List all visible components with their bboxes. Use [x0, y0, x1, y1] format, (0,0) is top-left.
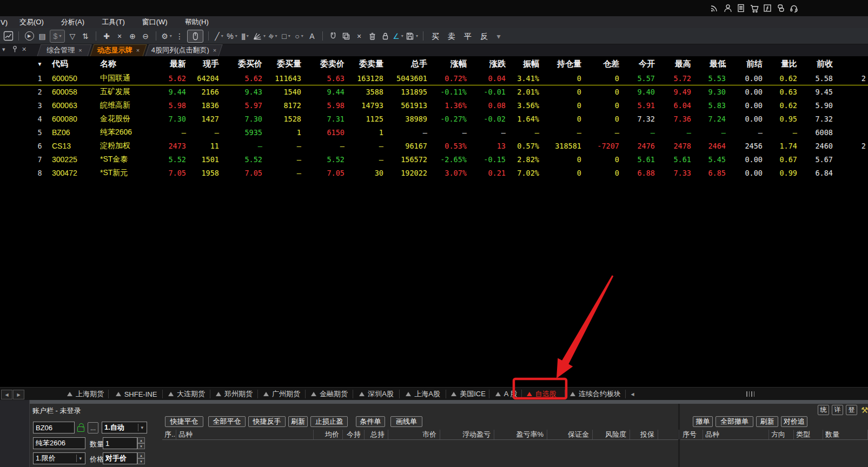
qty-input[interactable]: 1 — [103, 437, 137, 449]
market-tab-郑州期货[interactable]: 郑州期货 — [213, 388, 255, 401]
hatch-tool-icon[interactable]: ≡▾ — [268, 30, 279, 42]
cancel-button-3[interactable]: 刷新 — [756, 416, 778, 427]
filter-icon[interactable]: ▽ — [67, 30, 78, 42]
menu-item-5[interactable]: 窗口(W) — [134, 17, 176, 27]
column-header[interactable]: 总手 — [386, 56, 429, 71]
fan-tool-icon[interactable]: ▾ — [253, 30, 266, 42]
play-icon[interactable]: ▶ — [24, 30, 35, 42]
quote-row[interactable]: 8300472*ST新元7.0519587.05–7.05301920223.0… — [31, 166, 868, 179]
column-header[interactable]: 最低 — [693, 56, 728, 71]
menu-item-3[interactable]: 分析(A) — [52, 17, 93, 27]
column-header[interactable]: 委卖价 — [303, 56, 347, 71]
bars-tool-icon[interactable]: ||||▾ — [240, 30, 250, 42]
doc-tab-1[interactable]: 综合管理× — [39, 44, 90, 56]
cancel-button-4[interactable]: 对价追 — [781, 416, 807, 427]
quote-row[interactable]: 4600080金花股份7.3014277.3015287.31112538989… — [31, 112, 868, 125]
quote-row[interactable]: 5BZ06纯苯2606––5935161501–––––––––––6008 — [31, 125, 868, 139]
tabbar-scroll-left-icon[interactable]: ◀ — [627, 390, 638, 398]
sort-column-icon[interactable]: ▼ — [31, 56, 51, 71]
quote-row[interactable]: 6CS13淀粉加权247311––––961670.53%130.57%3185… — [31, 139, 868, 152]
dollar-icon[interactable]: $▾ — [50, 30, 65, 43]
market-tab-上海A股[interactable]: 上海A股 — [402, 388, 443, 401]
rss-icon[interactable] — [710, 3, 719, 13]
chart-icon[interactable] — [3, 30, 14, 42]
position-col-header[interactable]: 总持 — [365, 430, 388, 439]
line-tool-icon[interactable]: ╱▾ — [214, 30, 224, 42]
pin-icon[interactable] — [12, 45, 18, 54]
menu-item-6[interactable]: 帮助(H) — [176, 17, 217, 27]
column-header[interactable]: 仓差 — [584, 56, 621, 71]
market-tab-深圳A股[interactable]: 深圳A股 — [356, 388, 397, 401]
mouse-icon[interactable] — [187, 30, 203, 43]
market-tab-SHFE-INE[interactable]: SHFE-INE — [111, 388, 161, 401]
corner-button-1[interactable]: 统 — [818, 405, 829, 415]
action-button-7[interactable]: 画线单 — [390, 416, 422, 427]
trash-icon[interactable] — [367, 30, 377, 42]
circle-tool-icon[interactable]: ○▾ — [294, 30, 304, 42]
zoom-in-icon[interactable]: ⊕ — [127, 30, 138, 42]
position-col-header[interactable]: 保证金 — [547, 430, 593, 439]
position-col-header[interactable]: 市价 — [388, 430, 440, 439]
cart-icon[interactable] — [750, 3, 759, 13]
corner-button-3[interactable]: 登 — [846, 405, 857, 415]
action-button-4[interactable]: 刷新 — [288, 416, 308, 427]
position-col-header[interactable] — [658, 430, 679, 439]
dropdown-caret-icon[interactable]: ▾ — [301, 34, 303, 38]
position-col-header[interactable]: 投保 — [630, 430, 658, 439]
position-col-header[interactable]: 风险度 — [593, 430, 630, 439]
buy-button[interactable]: 买 — [428, 30, 442, 42]
magnet-icon[interactable] — [328, 30, 339, 42]
price-stepper[interactable]: ▲▼ — [137, 452, 145, 464]
market-tab-自选股[interactable]: 自选股 — [525, 388, 558, 401]
move-icon[interactable]: ✚ — [101, 30, 112, 42]
cancel-button-2[interactable]: 全部撤单 — [715, 416, 753, 427]
position-col-header[interactable]: 盈亏率% — [494, 430, 547, 439]
save-icon[interactable]: ▾ — [406, 30, 418, 42]
close-tab-icon[interactable]: × — [78, 47, 82, 54]
text-tool-icon[interactable]: A — [307, 30, 317, 42]
order-col-header[interactable]: 序号 — [680, 430, 703, 439]
menu-item-4[interactable]: 工具(T) — [93, 17, 134, 27]
doc-tab-3[interactable]: 4股同列(点击翻页)× — [147, 44, 221, 56]
dropdown-caret-icon[interactable]: ▾ — [235, 34, 237, 38]
news-icon[interactable] — [736, 3, 746, 13]
python-icon[interactable] — [776, 3, 786, 13]
market-tab-上海期货[interactable]: 上海期货 — [64, 388, 107, 401]
cancel-button-1[interactable]: 撤单 — [693, 416, 713, 427]
close-tab-icon[interactable]: × — [136, 47, 140, 54]
price-mode-select[interactable]: 1.限价 — [33, 452, 85, 464]
account-input[interactable]: BZ06 — [33, 422, 75, 433]
crosshair-icon[interactable]: × — [114, 30, 125, 42]
position-col-header[interactable]: 今持 — [343, 430, 365, 439]
doc-tab-2[interactable]: 动态显示牌× — [92, 44, 145, 56]
quote-row[interactable]: 7300225*ST金泰5.5215015.52–5.52–156572-2.6… — [31, 152, 868, 166]
headset-icon[interactable] — [789, 3, 799, 13]
percent-tool-icon[interactable]: %▾ — [227, 30, 237, 42]
caret-down-icon[interactable]: ▾ — [2, 46, 5, 53]
column-header[interactable]: 代码 — [51, 56, 99, 71]
column-header[interactable]: 委买价 — [221, 56, 264, 71]
report-icon[interactable]: ▤ — [37, 30, 48, 42]
market-tab-金融期货[interactable]: 金融期货 — [308, 388, 350, 401]
position-col-header[interactable]: 序.. — [162, 430, 176, 439]
position-col-header[interactable]: 品种 — [176, 430, 314, 439]
dropdown-caret-icon[interactable]: ▾ — [288, 34, 290, 38]
dropdown-caret-icon[interactable]: ▾ — [275, 34, 277, 38]
toolbar-more-caret-icon[interactable]: ▾ — [493, 30, 504, 42]
action-button-3[interactable]: 快捷反手 — [248, 416, 286, 427]
tabbar-next-icon[interactable]: ▶ — [13, 390, 24, 399]
horizontal-splitter[interactable] — [30, 400, 868, 404]
column-header[interactable]: 最高 — [657, 56, 693, 71]
corner-button-2[interactable]: 详 — [832, 405, 843, 415]
position-col-header[interactable]: 均价 — [314, 430, 343, 439]
column-header[interactable]: 最新 — [158, 56, 188, 71]
close-tab-icon[interactable]: × — [213, 47, 216, 54]
order-col-header[interactable]: 数量 — [823, 430, 868, 439]
dropdown-caret-icon[interactable]: ▾ — [247, 34, 249, 38]
position-col-header[interactable]: 浮动盈亏 — [440, 430, 494, 439]
column-header[interactable]: 前结 — [728, 56, 765, 71]
quote-row[interactable]: 3600063皖维高新5.9818365.9781725.98147935619… — [31, 98, 868, 112]
close-icon[interactable]: ✕ — [22, 46, 26, 53]
lock-icon[interactable] — [380, 30, 390, 42]
dropdown-caret-icon[interactable]: ▾ — [401, 34, 403, 38]
